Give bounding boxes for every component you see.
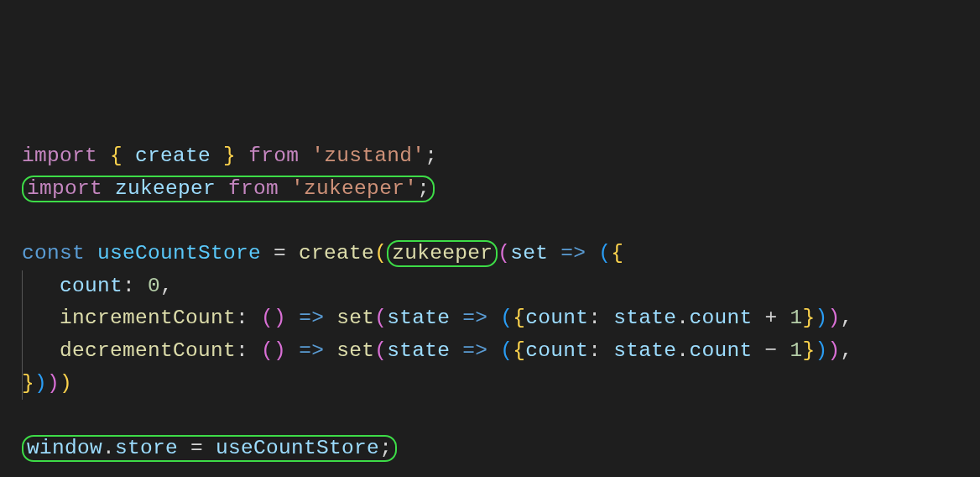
paren: ) [274,307,286,329]
plus: + [764,307,777,329]
brace-left: { [110,144,122,167]
code-line-6: incrementCount: () => set(state => ({cou… [22,302,958,335]
keyword-import: import [27,177,102,200]
paren: ( [498,242,510,265]
paren: ( [374,242,387,265]
equals: = [190,437,203,459]
prop-count: count [689,339,752,362]
paren: ( [500,307,513,329]
number-one: 1 [790,307,802,329]
prop-store: store [115,437,178,459]
paren: ( [374,339,387,362]
blank-line [22,205,958,238]
highlight-import-zukeeper: import zukeeper from 'zukeeper'; [22,176,435,202]
keyword-from: from [248,144,299,167]
code-line-1: import { create } from 'zustand'; [22,140,958,173]
brace: } [802,307,815,329]
number-zero: 0 [148,275,160,297]
prop-count: count [689,307,752,329]
paren: ) [815,307,827,329]
semicolon: ; [417,177,430,200]
dot: . [102,437,115,459]
prop-incrementCount: incrementCount [60,307,236,329]
fn-zukeeper: zukeeper [392,242,493,265]
paren: ( [261,307,274,329]
arrow: => [560,242,586,265]
colon: : [122,275,135,297]
dot: . [676,339,689,362]
paren: ) [815,339,827,362]
paren: ( [500,339,513,362]
prop-count: count [525,307,588,329]
colon: : [588,307,601,329]
string-zukeeper: 'zukeeper' [291,177,417,200]
brace: { [611,242,623,265]
brace: } [802,339,815,362]
code-line-4: const useCountStore = create(zukeeper(se… [22,238,958,270]
fn-set: set [336,339,374,362]
minus: − [764,339,777,362]
paren: ) [60,372,72,395]
brace: } [22,372,34,395]
code-line-7: decrementCount: () => set(state => ({cou… [22,335,958,368]
identifier-useCountStore: useCountStore [216,437,379,459]
paren: ) [34,372,47,395]
identifier-state: state [613,307,676,329]
arrow: => [299,307,324,329]
dot: . [676,307,689,329]
identifier-window: window [27,437,102,459]
blank-line [22,465,958,477]
colon: : [236,307,248,329]
prop-decrementCount: decrementCount [60,339,236,362]
arrow: => [462,307,487,329]
paren: ) [827,307,840,329]
keyword-const: const [22,242,85,265]
paren: ) [47,372,60,395]
identifier-state: state [613,339,676,362]
code-line-5: count: 0, [22,270,958,303]
paren: ) [827,339,840,362]
semicolon: ; [379,437,392,459]
paren: ( [261,339,274,362]
colon: : [236,339,248,362]
paren: ( [598,242,611,265]
param-state: state [387,339,450,362]
comma: , [841,307,853,329]
blank-line [22,400,958,432]
identifier-zukeeper: zukeeper [115,177,216,200]
keyword-from: from [228,177,279,200]
keyword-import: import [22,144,97,167]
code-line-8: }))) [22,368,958,401]
identifier-useCountStore: useCountStore [97,242,261,265]
brace-right: } [223,144,236,167]
paren: ) [274,339,286,362]
comma: , [841,339,853,362]
prop-count: count [60,275,122,297]
colon: : [588,339,601,362]
semicolon: ; [425,144,437,167]
string-zustand: 'zustand' [311,144,425,167]
code-line-2: import zukeeper from 'zukeeper'; [22,173,958,206]
code-line-10: window.store = useCountStore; [22,432,958,465]
param-state: state [387,307,450,329]
fn-create: create [299,242,374,265]
brace: { [513,307,525,329]
param-set: set [510,242,548,265]
number-one: 1 [790,339,802,362]
highlight-zukeeper-call: zukeeper [387,240,498,267]
comma: , [160,275,173,297]
equals: = [274,242,286,265]
arrow: => [462,339,487,362]
prop-count: count [525,339,588,362]
paren: ( [374,307,387,329]
highlight-window-store: window.store = useCountStore; [22,435,397,462]
arrow: => [299,339,324,362]
brace: { [513,339,525,362]
identifier-create: create [135,144,211,167]
fn-set: set [336,307,374,329]
